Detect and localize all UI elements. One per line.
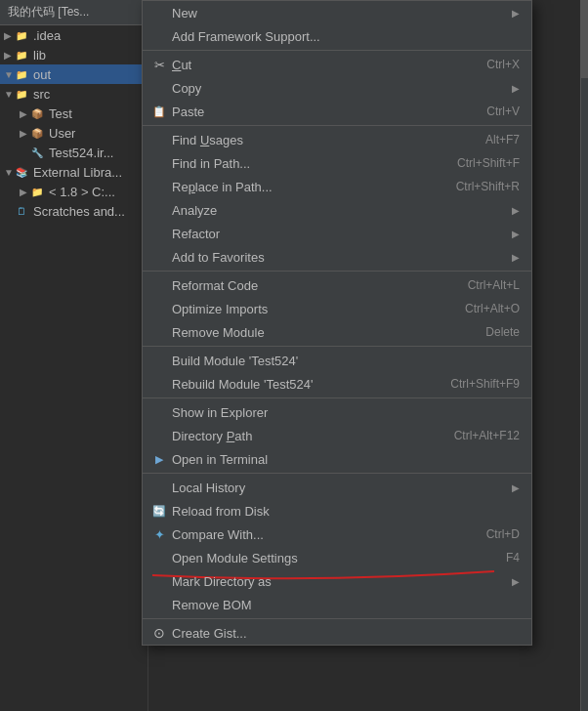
menu-item-find-usages[interactable]: Find Usages Alt+F7 <box>143 128 531 151</box>
menu-item-create-gist[interactable]: ⊙ Create Gist... <box>143 621 531 645</box>
cut-icon: ✂ <box>150 57 168 72</box>
menu-item-local-history[interactable]: Local History ▶ <box>143 476 531 499</box>
menu-item-show-explorer[interactable]: Show in Explorer <box>143 400 531 424</box>
reformat-shortcut: Ctrl+Alt+L <box>468 278 520 292</box>
folder-icon: 📁 <box>14 47 29 63</box>
separator-3 <box>143 271 531 272</box>
menu-item-add-framework[interactable]: Add Framework Support... <box>143 24 531 48</box>
tree-item-sdk[interactable]: ▶ 📁 < 1.8 > C:... <box>0 182 147 201</box>
ext-lib-icon: 📚 <box>14 164 29 180</box>
menu-item-analyze[interactable]: Analyze ▶ <box>143 198 531 222</box>
menu-item-add-favorites[interactable]: Add to Favorites ▶ <box>143 245 531 269</box>
scrollbar-thumb[interactable] <box>581 0 588 78</box>
new-icon <box>150 5 168 21</box>
menu-item-open-settings[interactable]: Open Module Settings F4 <box>143 546 531 569</box>
submenu-arrow: ▶ <box>512 252 520 263</box>
menu-label-analyze: Analyze <box>168 203 502 218</box>
collapse-arrow: ▶ <box>20 108 29 119</box>
find-path-shortcut: Ctrl+Shift+F <box>457 156 520 170</box>
package-icon: 📦 <box>29 125 45 141</box>
tree-item-ext-lib[interactable]: ▼ 📚 External Libra... <box>0 162 147 182</box>
menu-label-create-gist: Create Gist... <box>168 626 520 641</box>
menu-item-find-in-path[interactable]: Find in Path... Ctrl+Shift+F <box>143 151 531 175</box>
menu-label-dir-path: Directory Path <box>168 429 435 443</box>
menu-item-mark-dir[interactable]: Mark Directory as ▶ <box>143 569 531 593</box>
menu-label-replace-in-path: Replace in Path... <box>168 180 437 194</box>
menu-item-remove-module[interactable]: Remove Module Delete <box>143 320 531 344</box>
replace-path-icon <box>150 179 168 194</box>
menu-label-show-explorer: Show in Explorer <box>168 405 520 420</box>
remove-module-shortcut: Delete <box>485 325 520 339</box>
copy-icon <box>150 80 168 96</box>
menu-item-rebuild[interactable]: Rebuild Module 'Test524' Ctrl+Shift+F9 <box>143 372 531 396</box>
tree-item-out[interactable]: ▼ 📁 out <box>0 64 147 84</box>
menu-item-build[interactable]: Build Module 'Test524' <box>143 349 531 372</box>
dir-path-icon <box>150 428 168 443</box>
submenu-arrow: ▶ <box>512 83 520 94</box>
add-framework-icon <box>150 28 168 44</box>
tree-item-test524[interactable]: ▶ 🔧 Test524.ir... <box>0 143 147 162</box>
menu-label-open-terminal: Open in Terminal <box>168 452 520 467</box>
tree-label: Test <box>49 106 72 121</box>
menu-item-open-terminal[interactable]: ▶ Open in Terminal <box>143 447 531 471</box>
find-path-icon <box>150 155 168 171</box>
dir-path-shortcut: Ctrl+Alt+F12 <box>454 429 520 442</box>
submenu-arrow: ▶ <box>512 229 520 239</box>
collapse-arrow: ▶ <box>4 30 14 41</box>
separator-1 <box>143 50 531 51</box>
explorer-icon <box>150 404 168 420</box>
menu-label-remove-bom: Remove BOM <box>168 598 520 612</box>
menu-item-reload[interactable]: 🔄 Reload from Disk <box>143 499 531 523</box>
rebuild-shortcut: Ctrl+Shift+F9 <box>450 377 520 391</box>
tree-item-user[interactable]: ▶ 📦 User <box>0 123 147 143</box>
menu-item-optimize[interactable]: Optimize Imports Ctrl+Alt+O <box>143 297 531 320</box>
build-icon <box>150 353 168 368</box>
tree-item-test[interactable]: ▶ 📦 Test <box>0 104 147 123</box>
menu-item-copy[interactable]: Copy ▶ <box>143 76 531 100</box>
menu-label-refactor: Refactor <box>168 227 502 241</box>
menu-label-paste: Paste <box>168 105 467 119</box>
folder-icon: 📁 <box>14 66 29 82</box>
menu-label-compare: Compare With... <box>168 527 467 542</box>
tree-item-lib[interactable]: ▶ 📁 lib <box>0 45 147 64</box>
tree-label: lib <box>33 48 46 63</box>
open-settings-shortcut: F4 <box>506 551 520 565</box>
tree-item-src[interactable]: ▼ 📁 src <box>0 84 147 104</box>
tree-label: External Libra... <box>33 165 122 180</box>
paste-icon: 📋 <box>150 104 168 119</box>
terminal-icon: ▶ <box>150 451 168 467</box>
menu-item-new[interactable]: New ▶ <box>143 1 531 24</box>
submenu-arrow: ▶ <box>512 8 520 19</box>
scrollbar-track[interactable] <box>580 0 588 711</box>
menu-label-find-in-path: Find in Path... <box>168 156 438 171</box>
menu-item-cut[interactable]: ✂ Cut Ctrl+X <box>143 53 531 76</box>
separator-6 <box>143 473 531 474</box>
menu-label-open-settings: Open Module Settings <box>168 551 486 565</box>
separator-7 <box>143 618 531 619</box>
menu-label-reload: Reload from Disk <box>168 504 520 519</box>
menu-item-refactor[interactable]: Refactor ▶ <box>143 222 531 245</box>
collapse-arrow: ▼ <box>4 89 14 100</box>
menu-label-rebuild: Rebuild Module 'Test524' <box>168 377 431 392</box>
menu-item-compare[interactable]: ✦ Compare With... Ctrl+D <box>143 523 531 546</box>
menu-label-remove-module: Remove Module <box>168 325 466 340</box>
menu-item-remove-bom[interactable]: Remove BOM <box>143 593 531 616</box>
collapse-arrow: ▶ <box>4 50 14 61</box>
menu-item-replace-in-path[interactable]: Replace in Path... Ctrl+Shift+R <box>143 175 531 198</box>
menu-item-paste[interactable]: 📋 Paste Ctrl+V <box>143 100 531 123</box>
tree-item-idea[interactable]: ▶ 📁 .idea <box>0 25 147 45</box>
tree-label: User <box>49 126 75 141</box>
menu-label-local-history: Local History <box>168 481 502 495</box>
package-icon: 📦 <box>29 105 45 121</box>
menu-item-reformat[interactable]: Reformat Code Ctrl+Alt+L <box>143 273 531 297</box>
menu-label-add-favorites: Add to Favorites <box>168 250 502 265</box>
file-tree: 我的代码 [Tes... ▶ 📁 .idea ▶ 📁 lib ▼ 📁 out ▼… <box>0 0 148 711</box>
gist-icon: ⊙ <box>150 625 168 641</box>
tree-item-scratches[interactable]: ▶ 🗒 Scratches and... <box>0 201 147 221</box>
menu-label-optimize: Optimize Imports <box>168 302 445 316</box>
context-menu: New ▶ Add Framework Support... ✂ Cut Ctr… <box>142 0 532 646</box>
optimize-shortcut: Ctrl+Alt+O <box>465 302 520 315</box>
menu-item-dir-path[interactable]: Directory Path Ctrl+Alt+F12 <box>143 424 531 447</box>
collapse-arrow: ▶ <box>20 128 29 139</box>
compare-shortcut: Ctrl+D <box>486 527 520 541</box>
